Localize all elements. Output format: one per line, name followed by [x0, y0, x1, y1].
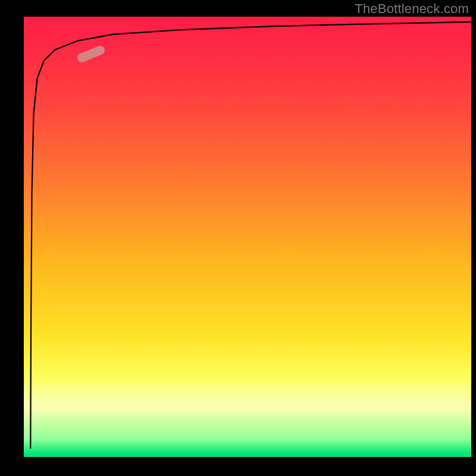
curve-marker — [76, 45, 106, 64]
pale-band — [24, 378, 471, 422]
curve-layer — [24, 17, 471, 457]
bottleneck-curve — [30, 22, 471, 448]
plot-area — [24, 17, 471, 457]
attribution-label: TheBottleneck.com — [355, 1, 469, 17]
marker-pill — [76, 45, 106, 64]
chart-container: TheBottleneck.com — [0, 0, 476, 476]
